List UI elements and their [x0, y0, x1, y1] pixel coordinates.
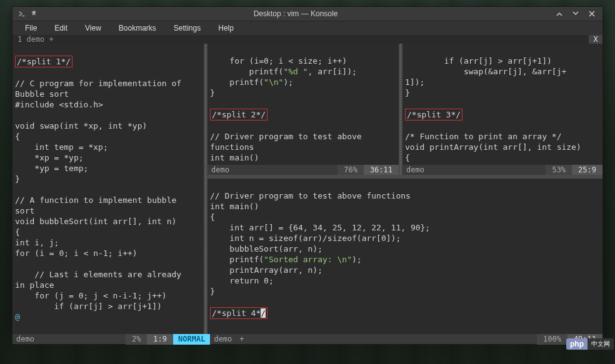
code-line: } [210, 287, 215, 296]
statusbar: demo 2% 1:9 NORMAL demo + 100% 49:11 [12, 334, 602, 344]
menu-edit[interactable]: Edit [47, 21, 75, 35]
status-left-position: 1:9 [147, 334, 173, 345]
tab-close-button[interactable]: X [589, 35, 602, 44]
status-left-filename: demo [12, 334, 38, 345]
status-position: 36:11 [364, 165, 399, 175]
menu-settings[interactable]: Settings [166, 21, 208, 35]
code-line: if (arr[j] > arr[j+1]) [405, 56, 552, 66]
code-line: for (i = 0; i < n-1; i++) [15, 248, 138, 258]
close-button[interactable] [585, 7, 599, 21]
code-line: in place [15, 280, 54, 290]
code-line: void bubbleSort(int arr[], int n) [15, 217, 176, 226]
watermark: php 中文网 [566, 338, 614, 350]
overflow-marker: @ [15, 312, 20, 322]
code-line: *yp = temp; [15, 164, 88, 173]
code-line: } [210, 88, 215, 97]
code-line: if (arr[j] > arr[j+1]) [15, 302, 162, 311]
menu-bookmarks[interactable]: Bookmarks [111, 21, 164, 35]
code-line: sort [15, 206, 34, 215]
code-line: void swap(int *xp, int *yp) [15, 121, 147, 130]
pin-icon[interactable] [30, 9, 39, 18]
code-line: printf("\n"); [210, 77, 293, 87]
menu-view[interactable]: View [78, 21, 109, 35]
cursor: / [261, 308, 266, 318]
split-1-marker: /*split 1*/ [15, 56, 72, 67]
code-line: // C program for implementation of [15, 79, 181, 88]
code-line: return 0; [210, 276, 274, 285]
code-line: 1]); [405, 77, 424, 87]
code-line: int main() [210, 153, 259, 162]
code-line: { [15, 132, 20, 141]
code-line: // A function to implement bubble [15, 195, 181, 205]
maximize-button[interactable] [569, 7, 582, 21]
code-line: int arr[] = {64, 34, 25, 12, 22, 11, 90}… [210, 223, 430, 232]
code-line: /* Function to print an array */ [405, 132, 561, 141]
app-menu-icon[interactable] [18, 9, 26, 18]
split-3-marker: /*split 3*/ [405, 109, 462, 121]
status-percent: 53% [546, 165, 572, 175]
status-bottom-percent: 100% [537, 334, 568, 345]
vim-mode: NORMAL [173, 334, 210, 345]
watermark-cn: 中文网 [588, 338, 614, 350]
status-left-percent: 2% [126, 334, 147, 345]
titlebar[interactable]: Desktop : vim — Konsole [12, 7, 602, 21]
code-line: bubbleSort(arr, n); [210, 244, 322, 253]
code-line: } [405, 88, 410, 97]
code-line: printArray(arr, n); [210, 265, 322, 275]
menu-file[interactable]: File [18, 21, 44, 35]
watermark-php: php [566, 338, 588, 350]
status-position: 25:9 [572, 165, 602, 175]
pane-left[interactable]: /*split 1*/ // C program for implementat… [12, 44, 204, 334]
status-percent: 76% [338, 165, 364, 175]
pane-bottom[interactable]: // Driver program to test above function… [208, 179, 602, 334]
code-line: { [210, 212, 215, 222]
code-line: for (j = 0; j < n-i-1; j++) [15, 291, 167, 300]
code-line: int temp = *xp; [15, 142, 108, 152]
tab-label[interactable]: 1 demo + [18, 35, 54, 44]
code-line: int main() [210, 202, 259, 211]
status-filename: demo [208, 165, 233, 175]
code-line: functions [210, 142, 254, 152]
status-bottom-filename: demo [210, 334, 236, 345]
menu-help[interactable]: Help [211, 21, 241, 35]
code-line: { [405, 153, 410, 162]
pane-top-right[interactable]: if (arr[j] > arr[j+1]) swap(&arr[j], &ar… [402, 44, 602, 175]
code-line: int i, j; [15, 238, 59, 247]
code-line: void printArray(int arr[], int size) [405, 142, 581, 152]
code-line: printf("%d ", arr[i]); [210, 67, 357, 76]
status-modified-flag: + [236, 334, 248, 345]
pane-status-top-middle: demo 76% 36:11 [208, 165, 399, 175]
status-filename: demo [402, 165, 428, 175]
code-line: // Driver program to test above function… [210, 191, 411, 200]
code-line: printf("Sorted array: \n"); [210, 255, 362, 264]
minimize-button[interactable] [552, 7, 566, 21]
code-line: // Last i elements are already [15, 270, 186, 279]
menubar: File Edit View Bookmarks Settings Help [12, 21, 602, 35]
pane-status-top-right: demo 53% 25:9 [402, 165, 602, 175]
code-line: swap(&arr[j], &arr[j+ [405, 67, 566, 76]
code-line: } [15, 174, 20, 184]
tabbar: 1 demo + X [12, 35, 602, 44]
split-2-marker: /*split 2*/ [210, 109, 268, 121]
split-4-marker: /*split 4*/ [210, 307, 268, 319]
code-line: Bubble sort [15, 89, 69, 99]
editor-area: /*split 1*/ // C program for implementat… [12, 44, 602, 344]
window-title: Desktop : vim — Konsole [39, 9, 552, 18]
code-line: int n = sizeof(arr)/sizeof(arr[0]); [210, 234, 401, 243]
code-line: for (i=0; i < size; i++) [210, 56, 347, 66]
code-line: *xp = *yp; [15, 153, 84, 162]
pane-top-middle[interactable]: for (i=0; i < size; i++) printf("%d ", a… [208, 44, 399, 175]
code-line: #include <stdio.h> [15, 100, 103, 109]
konsole-window: Desktop : vim — Konsole File Edit View B… [12, 6, 603, 333]
code-line: { [15, 227, 20, 237]
code-line: // Driver program to test above [210, 132, 366, 141]
